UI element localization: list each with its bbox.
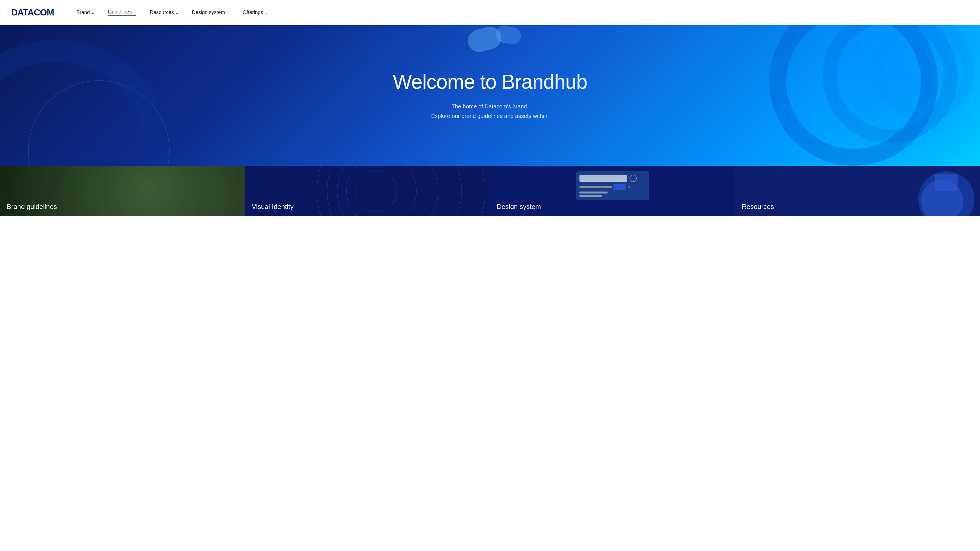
rs-rect [935,174,958,191]
site-logo[interactable]: DATACOM [11,7,54,18]
nav-resources-label: Resources [150,10,174,16]
arc-left [0,39,169,166]
card-brand-label: Brand guidelines [7,203,57,211]
nav-offerings-chevron-icon: ⌄ [265,11,268,15]
nav-guidelines-chevron-icon: ⌄ [134,10,136,14]
hero-title: Welcome to Brandhub [393,70,587,93]
blob-top-1 [465,25,504,54]
nav-resources-chevron-icon: ⌄ [175,11,178,15]
card-brand-guidelines[interactable]: Brand guidelines [0,166,245,216]
card-resources[interactable]: Resources [735,166,980,216]
hero-subtitle: The home of Datacom's brand. Explore our… [393,102,587,121]
hero-section: Welcome to Brandhub The home of Datacom'… [0,25,980,166]
nav-brand[interactable]: Brand ⌄ [76,10,94,16]
nav-offerings[interactable]: Offerings ⌄ [243,10,268,16]
nav-brand-chevron-icon: ⌄ [92,11,94,15]
card-design-system[interactable]: ⌄ + ✕ Design system [490,166,735,216]
nav-brand-label: Brand [76,10,90,16]
cards-section: Brand guidelines Visual Identity ⌄ + [0,166,980,216]
main-nav: Brand ⌄ Guidelines ⌄ Resources ⌄ Design … [76,9,268,16]
external-link-icon: ↗ [227,11,229,14]
card-resources-label: Resources [742,203,774,211]
hero-subtitle-line1: The home of Datacom's brand. [452,103,529,110]
site-header: DATACOM Brand ⌄ Guidelines ⌄ Resources ⌄… [0,0,980,25]
nav-guidelines[interactable]: Guidelines ⌄ [108,9,136,16]
circle-1 [769,25,938,166]
nav-design-system-label: Design system [192,10,225,16]
hero-subtitle-line2: Explore our brand guidelines and assets … [431,113,549,119]
blob-top-2 [494,25,522,46]
hero-content: Welcome to Brandhub The home of Datacom'… [393,70,587,121]
card-design-label: Design system [497,203,541,211]
design-ui-mockup: ⌄ + ✕ [573,171,652,200]
card-visual-identity[interactable]: Visual Identity [245,166,490,216]
nav-resources[interactable]: Resources ⌄ [150,10,178,16]
circle-3 [873,25,974,121]
circle-2 [823,25,958,143]
nav-guidelines-label: Guidelines [108,9,132,15]
card-visual-label: Visual Identity [252,203,294,211]
nav-offerings-label: Offerings [243,10,263,16]
nav-design-system[interactable]: Design system ↗ [192,10,229,16]
